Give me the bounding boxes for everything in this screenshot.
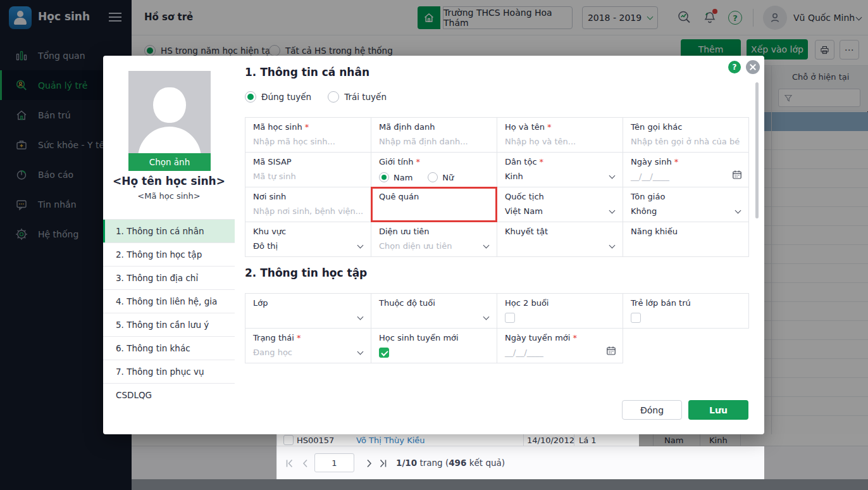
field-placeholder: Chọn diện ưu tiên [379, 241, 452, 251]
chevron-down-icon[interactable] [609, 242, 616, 249]
modal-nav-notes[interactable]: 5. Thông tin cần lưu ý [103, 313, 235, 337]
radio-selected-icon[interactable] [245, 91, 256, 103]
field-ngay-tuyen-moi[interactable]: Ngày tuyển mới* __/__/____ [497, 328, 623, 363]
field-ma-hoc-sinh[interactable]: Mã học sinh* Nhập mã học sinh... [245, 117, 371, 153]
page-number-input[interactable]: 1 [314, 453, 354, 472]
field-value: Việt Nam [505, 206, 543, 216]
field-ten-goi-khac[interactable]: Tên gọi khác Nhập tên gọi ở nhà của bé [623, 117, 749, 153]
chevron-down-icon[interactable] [357, 314, 364, 320]
checkbox-unchecked[interactable] [505, 313, 515, 323]
field-dien-uu-tien[interactable]: Diện ưu tiên Chọn diện ưu tiên [371, 222, 497, 257]
field-dan-toc[interactable]: Dân tộc* Kinh [497, 152, 623, 187]
radio-selected-icon[interactable] [379, 172, 389, 182]
field-ma-dinh-danh[interactable]: Mã định danh Nhập mã định danh... [371, 117, 497, 153]
field-que-quan-highlighted[interactable]: Quê quán [371, 187, 497, 222]
field-thuoc-do-tuoi[interactable]: Thuộc độ tuổi [371, 293, 497, 329]
enroll-out-zone-label: Trái tuyến [344, 92, 387, 102]
modal-nav-personal[interactable]: 1. Thông tin cá nhân [103, 220, 235, 243]
close-icon[interactable] [746, 60, 760, 74]
student-name-link[interactable]: Võ Thị Thùy Kiều [356, 436, 425, 445]
chevron-down-icon[interactable] [357, 349, 364, 355]
field-placeholder: Nhập mã học sinh... [253, 137, 335, 146]
field-hoc-sinh-tuyen-moi[interactable]: Học sinh tuyển mới [371, 328, 497, 363]
save-button[interactable]: Lưu [688, 400, 748, 420]
field-ma-sisap[interactable]: Mã SISAP Mã tự sinh [245, 152, 371, 187]
pagination: 1 1/10 trang (496 kết quả) [276, 446, 764, 479]
field-placeholder: Nhập nơi sinh, bệnh viện... [253, 206, 363, 216]
student-code-placeholder: <Mã học sinh> [103, 191, 235, 201]
field-tre-lop-ban-tru[interactable]: Trẻ lớp bán trú [623, 293, 749, 329]
student-profile-modal: ? Chọn ảnh <Họ tên học sinh> <Mã học sin… [103, 56, 764, 434]
field-khu-vuc[interactable]: Khu vực Đô thị [245, 222, 371, 257]
calendar-icon[interactable] [732, 170, 742, 182]
study-info-grid: Lớp Thuộc độ tuổi Học 2 buổi Trẻ lớp bán… [245, 293, 749, 363]
checkbox-checked[interactable] [379, 348, 389, 358]
required-asterisk: * [416, 157, 421, 166]
checkbox-unchecked[interactable] [631, 313, 641, 323]
pagination-summary: 1/10 trang (496 kết quả) [396, 458, 505, 468]
chevron-down-icon[interactable] [357, 242, 364, 249]
radio-icon[interactable] [328, 91, 339, 103]
modal-nav-contact[interactable]: 4. Thông tin liên hệ, gia đình [103, 290, 235, 313]
modal-scrollbar-thumb[interactable] [755, 82, 759, 218]
first-page-button[interactable] [285, 458, 294, 470]
gender-male-label: Nam [394, 173, 412, 182]
modal-help-icon[interactable]: ? [728, 61, 741, 73]
gender-radio-group: Nam Nữ [379, 172, 454, 182]
section2-title: 2. Thông tin học tập [245, 267, 367, 279]
chevron-down-icon[interactable] [609, 208, 616, 214]
field-nang-khieu[interactable]: Năng khiếu [623, 222, 749, 257]
personal-info-grid: Mã học sinh* Nhập mã học sinh... Mã định… [245, 117, 749, 257]
date-mask: __/__/____ [505, 348, 543, 357]
prev-page-button[interactable] [301, 458, 310, 470]
field-lop[interactable]: Lớp [245, 293, 371, 329]
close-button[interactable]: Đóng [622, 400, 682, 420]
student-code: HS00157 [297, 436, 334, 445]
field-placeholder: Nhập họ và tên... [505, 137, 576, 146]
choose-photo-button[interactable]: Chọn ảnh [128, 153, 211, 171]
field-gioi-tinh[interactable]: Giới tính* Nam Nữ [371, 152, 497, 187]
calendar-icon[interactable] [606, 346, 616, 358]
field-ngay-sinh[interactable]: Ngày sinh* __/__/____ [623, 152, 749, 187]
field-placeholder: Nhập mã định danh... [379, 137, 468, 146]
last-page-button[interactable] [378, 458, 387, 470]
chevron-down-icon[interactable] [483, 314, 490, 320]
enrollment-radios: Đúng tuyến Trái tuyến [245, 91, 387, 103]
field-hoc-2-buoi[interactable]: Học 2 buổi [497, 293, 623, 329]
required-asterisk: * [540, 157, 544, 166]
student-name-placeholder: <Họ tên học sinh> [103, 175, 235, 187]
radio-icon[interactable] [428, 172, 438, 182]
student-dob: 14/10/2012 [527, 436, 574, 445]
table-row[interactable]: HS00157 Võ Thị Thùy Kiều 14/10/2012 Lá 1 [276, 434, 639, 446]
modal-nav-csdlqg[interactable]: 7. Thông tin phục vụ CSDLQG [103, 360, 235, 384]
section1-title: 1. Thông tin cá nhân [245, 66, 369, 79]
field-trang-thai[interactable]: Trạng thái* Đang học [245, 328, 371, 363]
required-asterisk: * [305, 122, 309, 132]
row-checkbox[interactable] [283, 435, 294, 445]
chevron-down-icon[interactable] [483, 242, 490, 249]
modal-nav-other[interactable]: 6. Thông tin khác [103, 337, 235, 360]
field-value: Kinh [505, 172, 523, 181]
field-quoc-tich[interactable]: Quốc tịch Việt Nam [497, 187, 623, 222]
field-value: Đô thị [253, 241, 278, 251]
modal-nav-study[interactable]: 2. Thông tin học tập [103, 243, 235, 267]
field-placeholder: Nhập tên gọi ở nhà của bé [631, 137, 740, 146]
student-photo-placeholder: Chọn ảnh [128, 71, 211, 171]
field-ho-va-ten[interactable]: Họ và tên* Nhập họ và tên... [497, 117, 623, 153]
date-mask: __/__/____ [631, 172, 669, 181]
field-value: Không [631, 206, 657, 216]
field-ton-giao[interactable]: Tôn giáo Không [623, 187, 749, 222]
student-class: Lá 1 [579, 436, 597, 445]
required-asterisk: * [573, 333, 577, 342]
field-khuyet-tat[interactable]: Khuyết tật [497, 222, 623, 257]
chevron-down-icon[interactable] [735, 208, 741, 214]
next-page-button[interactable] [364, 458, 373, 470]
modal-nav-address[interactable]: 3. Thông tin địa chỉ [103, 267, 235, 290]
field-noi-sinh[interactable]: Nơi sinh Nhập nơi sinh, bệnh viện... [245, 187, 371, 222]
field-placeholder: Mã tự sinh [253, 172, 296, 181]
chevron-down-icon[interactable] [609, 173, 616, 179]
modal-section-nav: 1. Thông tin cá nhân 2. Thông tin học tậ… [103, 219, 235, 384]
enroll-in-zone-label: Đúng tuyến [261, 92, 311, 102]
app-window: Học sinh Tổng quan Quản lý trẻ [0, 0, 868, 490]
field-value: Đang học [253, 348, 292, 357]
